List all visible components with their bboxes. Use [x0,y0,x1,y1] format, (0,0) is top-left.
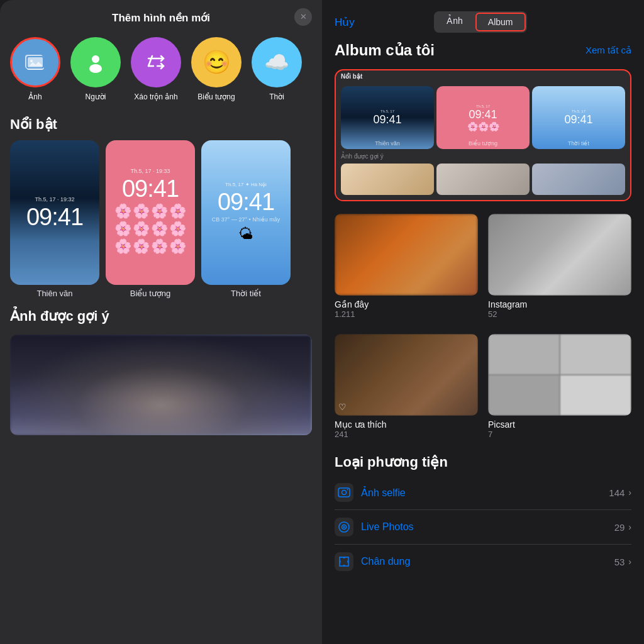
icon-item-thoi[interactable]: ☁️ Thời [252,37,302,103]
feat-floral-label: Biểu tượng [436,140,530,147]
mini-weather-bg: Th.5, 17 09:41 [532,86,625,149]
yeu-thich-count: 241 [335,430,478,439]
feat-space-thumb: Th.5, 17 09:41 Thiên văn [341,86,434,149]
right-panel: Hủy Ảnh Album Album của tôi Xem tất cả N… [322,0,644,644]
svg-point-9 [342,491,347,495]
feat-weather-label: Thời tiết [532,140,625,147]
noi-bat-label: Nổi bật [336,70,630,81]
tab-album[interactable]: Album [475,13,526,31]
featured-row: Th.5, 17 · 19:32 09:41 Thiên văn Th.5, 1… [0,140,322,306]
feat-bottom-2 [436,164,530,195]
picsart-name: Picsart [488,419,631,430]
right-content: Album của tôi Xem tất cả Nổi bật Th.5, 1… [322,42,644,644]
picsart-count: 7 [488,430,631,439]
icon-item-xao-tron[interactable]: Xáo trộn ảnh [131,37,181,103]
feat-floral-thumb: Th.5, 17 09:41 🌸🌸🌸 Biểu tượng [436,86,530,149]
left-header: Thêm hình nền mới ✕ [0,0,322,33]
thoi-icon-circle: ☁️ [252,37,302,87]
svg-point-5 [30,60,33,62]
gan-day-count: 1.211 [335,309,478,319]
nguoi-label: Người [85,92,106,103]
featured-floral[interactable]: Th.5, 17 · 19:33 09:41 🌸🌸🌸 🌸🌸🌸 🌸🌸🌸 🌸🌸🌸 B… [106,140,195,298]
left-panel-title: Thêm hình nền mới [112,11,210,25]
space-bg: Th.5, 17 · 19:32 09:41 [10,140,99,285]
gan-day-img [335,214,478,296]
weather-bg: Th.5, 17 ✦ Hà Nội 09:41 CB 37° — 27° • N… [201,140,291,285]
icon-row: Ảnh Người [0,33,322,114]
media-row-live[interactable]: Live Photos 29 › [335,510,631,545]
svg-point-10 [347,489,348,491]
cancel-button[interactable]: Hủy [335,16,355,29]
tab-group: Ảnh Album [434,11,526,33]
featured-album-grid[interactable]: Nổi bật Th.5, 17 09:41 Thiên văn Th.5, 1… [335,69,631,201]
album-header: Album của tôi Xem tất cả [335,42,631,59]
instagram-thumb [488,214,631,296]
nguoi-icon-circle [70,37,121,87]
live-chevron: › [628,522,631,532]
featured-space[interactable]: Th.5, 17 · 19:32 09:41 Thiên văn [10,140,99,298]
right-header: Hủy Ảnh Album [322,0,644,42]
icon-item-anh[interactable]: Ảnh [10,37,60,103]
tab-anh[interactable]: Ảnh [435,13,474,31]
media-list: Ảnh selfie 144 › Live Photos 29 › [335,475,631,579]
floral-label: Biểu tượng [130,289,170,298]
floral-bg: Th.5, 17 · 19:33 09:41 🌸🌸🌸 🌸🌸🌸 🌸🌸🌸 🌸🌸🌸 [106,140,195,285]
selfie-count: 144 [609,487,625,498]
albums-grid-2: ♡ Mục ưa thích 241 Picsart 7 [335,334,631,439]
instagram-count: 52 [488,309,631,319]
space-thumb: Th.5, 17 · 19:32 09:41 [10,140,99,285]
featured-weather[interactable]: Th.5, 17 ✦ Hà Nội 09:41 CB 37° — 27° • N… [201,140,291,298]
close-button[interactable]: ✕ [294,8,312,26]
albums-grid-1: Gần đây 1.211 Instagram 52 [335,214,631,319]
instagram-name: Instagram [488,299,631,309]
media-row-portrait[interactable]: Chân dung 53 › [335,545,631,579]
portrait-count: 53 [614,557,625,567]
weather-thumb: Th.5, 17 ✦ Hà Nội 09:41 CB 37° — 27° • N… [201,140,291,285]
suggested-image [10,335,312,435]
gan-day-name: Gần đây [335,299,478,309]
weather-label: Thời tiết [231,289,261,298]
album-picsart[interactable]: Picsart 7 [488,334,631,439]
gan-day-thumb [335,214,478,296]
bieu-tuong-label: Biểu tượng [197,92,235,103]
yeu-thich-name: Mục ưa thích [335,419,478,430]
album-yeu-thich[interactable]: ♡ Mục ưa thích 241 [335,334,478,439]
close-icon: ✕ [300,12,307,21]
album-instagram[interactable]: Instagram 52 [488,214,631,319]
mini-space-bg: Th.5, 17 09:41 [341,86,434,149]
anh-goi-y-label: Ảnh được gợi ý [336,152,630,161]
floral-thumb: Th.5, 17 · 19:33 09:41 🌸🌸🌸 🌸🌸🌸 🌸🌸🌸 🌸🌸🌸 [106,140,195,285]
feat-bottom-1 [341,164,434,195]
bieu-tuong-icon-circle: 😊 [191,37,242,87]
featured-top-row: Th.5, 17 09:41 Thiên văn Th.5, 17 09:41 … [336,81,630,152]
svg-point-6 [92,55,99,63]
live-name: Live Photos [361,521,614,533]
left-panel: Thêm hình nền mới ✕ [0,0,322,644]
media-row-selfie[interactable]: Ảnh selfie 144 › [335,475,631,510]
live-icon [335,518,353,536]
portrait-chevron: › [628,557,631,567]
picsart-thumb [488,334,631,416]
album-gan-day[interactable]: Gần đây 1.211 [335,214,478,319]
thoi-label: Thời [269,92,284,103]
selfie-chevron: › [628,487,631,497]
xao-tron-icon-circle [131,37,181,87]
icon-item-nguoi[interactable]: Người [70,37,121,103]
space-label: Thiên văn [36,289,72,298]
featured-title: Nổi bật [0,114,322,140]
yeu-thich-img [335,334,478,416]
selfie-icon [335,483,353,502]
my-albums-title: Album của tôi [335,42,435,59]
portrait-name: Chân dung [361,556,614,567]
instagram-img [488,214,631,296]
suggested-photo-blur [10,335,312,435]
see-all-button[interactable]: Xem tất cả [586,45,631,56]
portrait-icon [335,552,353,571]
yeu-thich-thumb: ♡ [335,334,478,416]
selfie-name: Ảnh selfie [361,487,609,499]
suggested-section [0,332,322,435]
live-count: 29 [614,522,625,533]
icon-item-bieu-tuong[interactable]: 😊 Biểu tượng [191,37,242,103]
svg-point-7 [89,64,102,73]
mini-floral-bg: Th.5, 17 09:41 🌸🌸🌸 [436,86,530,149]
